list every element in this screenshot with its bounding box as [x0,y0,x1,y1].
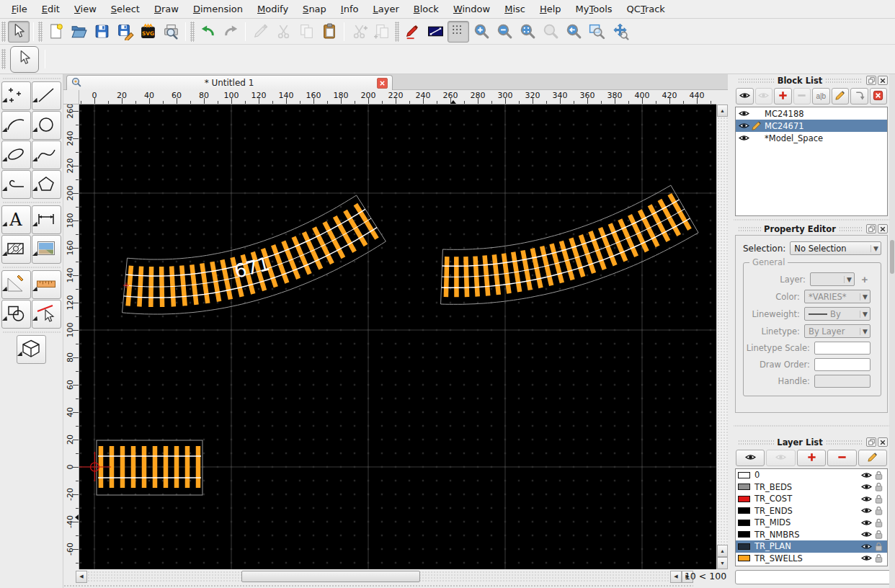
block-visibility-eye-icon[interactable] [738,110,750,117]
scroll-down-button[interactable]: ▼ [717,557,728,569]
block-list-item[interactable]: MC24671 [736,120,887,132]
layer-visibility-eye-icon[interactable] [860,543,873,551]
property-editor-float-icon[interactable] [866,224,876,233]
menu-modify[interactable]: Modify [251,1,295,17]
handle-input[interactable] [814,375,870,388]
layer-visibility-eye-icon[interactable] [860,483,873,491]
panel-splitter[interactable] [728,74,734,588]
order-tool-button[interactable] [32,270,61,299]
remove-block-button[interactable] [793,88,811,104]
menu-layer[interactable]: Layer [366,1,405,17]
line-settings-button[interactable] [424,21,446,43]
layer-list-item[interactable]: TR_ENDS [736,505,887,517]
layer-visibility-eye-icon[interactable] [860,507,873,514]
layer-lock-icon[interactable] [873,553,885,564]
layer-visibility-eye-icon[interactable] [860,554,873,562]
layer-visibility-eye-icon[interactable] [860,530,873,538]
linetype-scale-input[interactable] [814,342,870,355]
layer-list-item[interactable]: TR_BEDS [736,481,887,494]
dock-scrollbar[interactable] [889,74,895,588]
menu-misc[interactable]: Misc [498,1,532,17]
hide-all-blocks-button[interactable] [755,88,773,104]
layer-list-float-icon[interactable] [866,437,876,447]
menu-block[interactable]: Block [407,1,445,17]
block-visibility-eye-icon[interactable] [738,134,750,142]
select-entity-tool-button[interactable] [32,300,61,329]
cut-with-reference-button[interactable] [348,21,370,43]
block-visibility-eye-icon[interactable] [738,122,750,130]
menu-window[interactable]: Window [447,1,497,17]
layer-visibility-eye-icon[interactable] [860,495,873,503]
text-tool-button[interactable]: A [1,205,31,234]
layer-lock-icon[interactable] [873,529,885,540]
layer-list-close-icon[interactable] [878,437,888,447]
dimension-tool-button[interactable] [32,205,61,234]
scroll-up-button-2[interactable]: ▲ [717,545,728,557]
menu-mytools[interactable]: MyTools [569,1,619,17]
rename-block-button[interactable]: a|b [812,88,830,104]
save-as-button[interactable] [114,21,135,43]
block-list-float-icon[interactable] [866,76,876,85]
command-input[interactable] [735,570,892,584]
selection-pointer-button[interactable] [8,21,30,43]
remove-layer-button[interactable] [827,450,856,466]
solid-tool-button[interactable] [17,335,46,364]
layer-list-item[interactable]: TR_SWELLS [736,553,887,565]
add-block-button[interactable] [774,88,792,104]
menu-qctrack[interactable]: QCTrack [620,1,672,17]
layer-combo[interactable]: ▼ [810,272,855,286]
toolbar-grip[interactable] [1,49,6,69]
zoom-window-button[interactable] [586,21,607,43]
horizontal-scrollbar-thumb[interactable] [241,571,420,582]
scroll-left-button[interactable]: ◀ [76,571,87,583]
paste-button[interactable] [319,21,340,43]
insert-block-button[interactable] [850,88,868,104]
layer-lock-icon[interactable] [873,481,885,492]
save-button[interactable] [91,21,112,43]
edit-pen-button[interactable] [249,21,271,43]
points-tool-button[interactable] [1,81,31,110]
command-line[interactable] [735,570,892,584]
line-tool-button[interactable] [32,81,61,110]
dock-splitter[interactable] [734,423,889,429]
dock-scrollbar-thumb[interactable] [890,240,894,274]
property-editor-toggle-button[interactable] [401,21,423,43]
linetype-combo[interactable]: By Layer▼ [804,324,870,338]
toolbar-grip[interactable] [1,22,6,42]
redo-button[interactable] [220,21,241,43]
draw-order-input[interactable] [814,358,870,371]
menu-help[interactable]: Help [533,1,568,17]
spline-tool-button[interactable] [32,141,61,169]
zoom-previous-button[interactable] [540,21,561,43]
lineweight-combo[interactable]: By▼ [804,307,870,321]
block-list-item[interactable]: MC24188 [736,107,887,120]
layer-list-item[interactable]: TR_MIDS [736,517,887,529]
tab-close-button[interactable] [377,78,388,89]
hide-all-layers-button[interactable] [766,450,795,466]
block-list-close-icon[interactable] [878,76,888,85]
show-all-blocks-button[interactable] [736,88,754,104]
layer-list-item[interactable]: TR_COST [736,493,887,505]
edit-layer-button[interactable] [858,450,887,466]
zoom-in-button[interactable] [471,21,492,43]
color-combo[interactable]: *VARIES*▼ [804,290,870,303]
polygon-tool-button[interactable] [32,170,61,199]
zoom-back-button[interactable] [563,21,584,43]
polyline-tool-button[interactable] [1,170,31,199]
print-preview-button[interactable] [160,21,182,43]
arc-tool-button[interactable] [1,111,31,140]
menu-draw[interactable]: Draw [148,1,185,17]
add-layer-plus-icon[interactable]: + [859,274,870,285]
vertical-scrollbar-track[interactable] [717,117,728,545]
modify-tool-button[interactable] [1,300,31,329]
property-editor-close-icon[interactable] [878,224,888,233]
selection-combo[interactable]: No Selection ▼ [790,241,881,255]
menu-view[interactable]: View [68,1,103,17]
block-list-item[interactable]: *Model_Space [736,132,887,144]
edit-block-button[interactable] [832,88,850,104]
zoom-auto-button[interactable] [517,21,538,43]
layer-lock-icon[interactable] [873,470,885,481]
zoom-pan-button[interactable] [609,21,631,43]
new-file-button[interactable] [45,21,66,43]
toolbar-grip[interactable] [38,22,43,42]
